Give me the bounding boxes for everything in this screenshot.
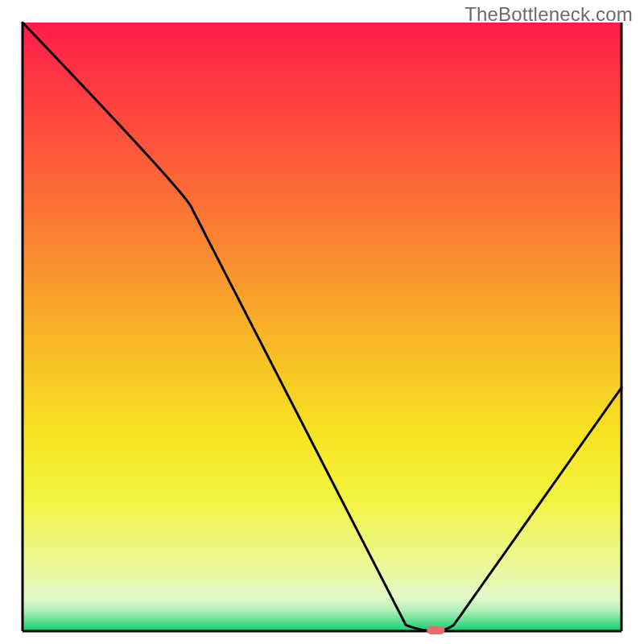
optimum-marker [427,626,444,634]
gradient-background [23,23,621,631]
bottleneck-chart [0,0,644,644]
chart-container: TheBottleneck.com [0,0,644,644]
watermark-text: TheBottleneck.com [464,3,633,26]
